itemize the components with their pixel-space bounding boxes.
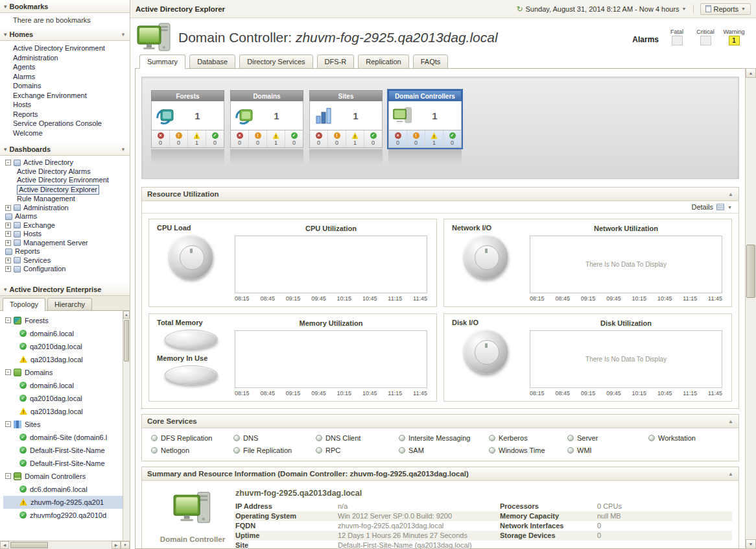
tree-group-domains[interactable]: Domains: [3, 366, 123, 379]
tab-hierarchy[interactable]: Hierarchy: [47, 298, 92, 310]
homes-item[interactable]: Domains: [0, 81, 130, 91]
tree-item[interactable]: Default-First-Site-Name: [3, 457, 123, 470]
fatal-count-box[interactable]: [672, 36, 683, 45]
chevron-down-icon[interactable]: [121, 32, 126, 38]
scrollbar-thumb[interactable]: [746, 245, 755, 298]
tree-item[interactable]: domain6.local: [3, 379, 123, 392]
tree-item[interactable]: Rule Management: [0, 195, 130, 204]
collapse-toggle-icon[interactable]: [5, 160, 11, 165]
collapse-toggle-icon[interactable]: [5, 369, 11, 375]
tree-item[interactable]: domain6.local: [3, 327, 123, 340]
fatal-icon: [158, 132, 164, 139]
tab-replication[interactable]: Replication: [358, 55, 408, 69]
chevron-down-icon[interactable]: [121, 147, 126, 152]
sidebar-horizontal-scrollbar[interactable]: ◀ ▶ ▼: [0, 541, 130, 549]
chevron-down-icon[interactable]: [727, 205, 732, 210]
dashboards-section-header[interactable]: Dashboards: [0, 143, 130, 156]
tab-summary[interactable]: Summary: [139, 55, 185, 69]
scroll-left-arrow[interactable]: ◀: [0, 541, 9, 549]
collapse-section-icon[interactable]: [728, 419, 733, 424]
scrollbar-thumb[interactable]: [124, 320, 129, 361]
tree-group-label: Domain Controllers: [25, 470, 86, 483]
tree-item-selected[interactable]: zhuvm-fog-2925.qa201: [3, 496, 123, 509]
homes-section-header[interactable]: Homes: [0, 28, 130, 41]
tree-item[interactable]: qa2013dag.local: [3, 405, 123, 418]
scroll-down-arrow[interactable]: ▼: [121, 541, 130, 549]
homes-item[interactable]: Administration: [0, 53, 130, 63]
tab-faqts[interactable]: FAQts: [413, 55, 449, 69]
tree-group-domain-controllers[interactable]: Domain Controllers: [3, 470, 123, 483]
collapse-section-icon[interactable]: [728, 471, 733, 477]
collapse-toggle-icon[interactable]: [5, 473, 11, 479]
tile-domains[interactable]: Domains 1 0 0: [230, 90, 303, 148]
expand-toggle-icon[interactable]: [5, 223, 11, 228]
critical-count-box[interactable]: [700, 36, 711, 45]
time-range-control[interactable]: Sunday, August 31, 2014 8:12 AM - Now 4 …: [516, 5, 686, 14]
tree-item[interactable]: zhuvmfog2920.qa2010d: [3, 509, 123, 522]
tree-item-label-selected: Active Directory Explorer: [17, 185, 99, 195]
tick-label: 10:15: [632, 390, 647, 396]
homes-item[interactable]: Alarms: [0, 72, 130, 82]
tab-topology[interactable]: Topology: [3, 298, 45, 311]
homes-item[interactable]: Agents: [0, 62, 130, 72]
tree-item-administration[interactable]: Administration: [0, 204, 130, 213]
scrollbar-thumb[interactable]: [10, 542, 48, 548]
details-list-icon[interactable]: [716, 204, 724, 210]
sidebar-tree-scrollbar[interactable]: ▲: [123, 311, 130, 541]
tree-item-reports[interactable]: Reports: [0, 247, 130, 256]
collapse-toggle-icon[interactable]: [5, 317, 11, 323]
tree-item[interactable]: qa2013dag.local: [3, 353, 123, 366]
service-status-icon: [316, 435, 322, 441]
tile-sites[interactable]: Sites 1 0 0: [309, 90, 383, 148]
scroll-right-arrow[interactable]: ▶: [112, 541, 121, 549]
homes-item[interactable]: Service Operations Console: [0, 119, 130, 128]
details-link[interactable]: Details: [691, 203, 713, 211]
tree-item-exchange[interactable]: Exchange: [0, 221, 130, 230]
tree-item-services[interactable]: Services: [0, 256, 130, 265]
tick-label: 09:15: [581, 390, 596, 396]
scroll-up-arrow[interactable]: ▲: [746, 68, 756, 78]
reports-button[interactable]: Reports: [700, 3, 751, 15]
homes-item[interactable]: Welcome: [0, 128, 130, 138]
tree-item-alarms[interactable]: Alarms: [0, 212, 130, 221]
homes-item[interactable]: Active Directory Environment: [0, 43, 130, 53]
tab-database[interactable]: Database: [189, 55, 235, 69]
expand-toggle-icon[interactable]: [5, 231, 11, 237]
tree-item-active-directory[interactable]: Active Directory: [0, 158, 130, 167]
warning-count-box[interactable]: 1: [729, 36, 740, 45]
tree-item[interactable]: qa2010dag.local: [3, 392, 123, 405]
tab-directory-services[interactable]: Directory Services: [239, 55, 313, 69]
tile-forests[interactable]: Forests 1 0 0: [151, 90, 224, 148]
tree-group-forests[interactable]: Forests: [3, 314, 123, 327]
homes-item[interactable]: Reports: [0, 110, 130, 119]
tree-group-sites[interactable]: Sites: [3, 418, 123, 431]
tree-item-active-directory-explorer[interactable]: Active Directory Explorer: [0, 185, 130, 195]
tree-item[interactable]: Default-First-Site-Name: [3, 444, 123, 457]
tree-item[interactable]: domain6-Site (domain6.l: [3, 431, 123, 444]
tree-item[interactable]: Active Directory Environment: [0, 176, 130, 185]
main-vertical-scrollbar[interactable]: ▲ ▼: [745, 68, 756, 549]
homes-item[interactable]: Hosts: [0, 100, 130, 110]
expand-toggle-icon[interactable]: [5, 205, 11, 211]
tree-item[interactable]: dc6.domain6.local: [3, 483, 123, 496]
tree-item-hosts[interactable]: Hosts: [0, 230, 130, 239]
expand-toggle-icon[interactable]: [5, 240, 11, 246]
folder-icon: [14, 231, 21, 238]
tree-item-configuration[interactable]: Configuration: [0, 265, 130, 274]
tree-item[interactable]: Active Directory Alarms: [0, 167, 130, 177]
scroll-down-arrow[interactable]: ▼: [746, 539, 756, 549]
tree-item-management-server[interactable]: Management Server: [0, 239, 130, 248]
expand-toggle-icon[interactable]: [5, 266, 11, 272]
bookmarks-section-header[interactable]: Bookmarks: [0, 0, 130, 13]
field-label: Network Interfaces: [500, 521, 597, 531]
tree-item[interactable]: qa2010dag.local: [3, 340, 123, 353]
expand-toggle-icon[interactable]: [5, 258, 11, 263]
scroll-up-arrow[interactable]: ▲: [123, 311, 130, 319]
fatal-count: 0: [317, 140, 320, 146]
tile-domain-controllers[interactable]: Domain Controllers 1: [388, 90, 462, 148]
tab-dfs-r[interactable]: DFS-R: [317, 55, 355, 69]
enterprise-section-header[interactable]: Active Directory Enterprise: [0, 283, 130, 296]
collapse-toggle-icon[interactable]: [5, 421, 11, 427]
collapse-section-icon[interactable]: [728, 191, 733, 197]
homes-item[interactable]: Exchange Environment: [0, 91, 130, 101]
